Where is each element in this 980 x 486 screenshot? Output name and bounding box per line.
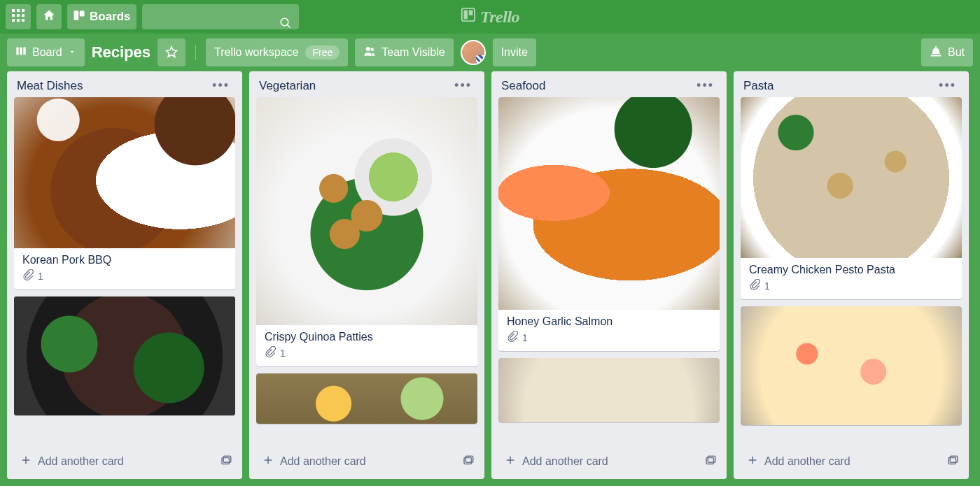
board-view-switcher[interactable]: Board bbox=[7, 38, 85, 66]
workspace-label: Trello workspace bbox=[214, 46, 298, 59]
cards-container[interactable]: Crispy Quinoa Patties 1 bbox=[249, 97, 484, 444]
svg-rect-6 bbox=[12, 19, 15, 22]
svg-rect-11 bbox=[462, 8, 475, 21]
member-avatar[interactable] bbox=[461, 40, 486, 65]
cards-container[interactable]: Honey Garlic Salmon 1 bbox=[491, 97, 727, 444]
card-badges: 1 bbox=[22, 269, 227, 283]
apps-grid-icon bbox=[12, 9, 24, 25]
plus-icon bbox=[20, 454, 32, 469]
home-button[interactable] bbox=[36, 4, 62, 29]
trello-logo-text: Trello bbox=[480, 8, 519, 27]
butler-button[interactable]: But bbox=[921, 38, 973, 66]
home-icon bbox=[42, 8, 56, 26]
attachment-icon bbox=[22, 269, 34, 283]
card[interactable] bbox=[741, 306, 962, 425]
boards-button[interactable]: Boards bbox=[67, 4, 136, 29]
list-menu-button[interactable] bbox=[451, 78, 475, 93]
svg-rect-7 bbox=[17, 19, 20, 22]
card-cover bbox=[256, 97, 477, 325]
butler-icon bbox=[930, 45, 942, 60]
card[interactable]: Korean Pork BBQ 1 bbox=[14, 97, 235, 290]
plus-icon bbox=[262, 454, 274, 469]
template-icon bbox=[946, 455, 959, 469]
boards-icon bbox=[73, 9, 85, 25]
star-icon bbox=[165, 45, 178, 60]
apps-menu-button[interactable] bbox=[6, 4, 31, 29]
card-body: Korean Pork BBQ 1 bbox=[14, 248, 235, 290]
list-menu-button[interactable] bbox=[936, 78, 959, 93]
svg-rect-1 bbox=[17, 9, 20, 12]
card-template-button[interactable] bbox=[459, 452, 477, 472]
card-template-button[interactable] bbox=[217, 452, 235, 472]
list-menu-button[interactable] bbox=[694, 78, 717, 93]
add-card-label: Add another card bbox=[38, 455, 124, 468]
attachment-count: 1 bbox=[38, 271, 43, 282]
svg-rect-12 bbox=[464, 10, 468, 20]
card-body: Crispy Quinoa Patties 1 bbox=[256, 325, 477, 366]
board-canvas[interactable]: Meat Dishes Korean Pork BBQ 1 Add anothe… bbox=[0, 71, 980, 486]
search-input[interactable] bbox=[142, 4, 299, 29]
cards-container[interactable]: Korean Pork BBQ 1 bbox=[7, 97, 242, 444]
svg-rect-16 bbox=[23, 48, 25, 55]
card[interactable]: Creamy Chicken Pesto Pasta 1 bbox=[741, 97, 962, 299]
board-title[interactable]: Recipes bbox=[92, 43, 150, 62]
chevron-down-icon bbox=[68, 46, 76, 59]
list-header: Seafood bbox=[491, 71, 727, 97]
add-card-button[interactable]: Add another card bbox=[741, 450, 944, 473]
card-title: Crispy Quinoa Patties bbox=[265, 331, 469, 343]
list-title[interactable]: Pasta bbox=[743, 79, 774, 93]
list-header: Pasta bbox=[734, 71, 969, 97]
star-button[interactable] bbox=[158, 38, 186, 66]
svg-rect-2 bbox=[22, 9, 24, 12]
attachment-icon bbox=[507, 331, 518, 344]
search-field[interactable] bbox=[149, 12, 292, 22]
global-header: Boards Trello bbox=[0, 0, 980, 34]
card[interactable] bbox=[14, 296, 235, 415]
svg-rect-10 bbox=[80, 10, 85, 16]
card[interactable]: Crispy Quinoa Patties 1 bbox=[256, 97, 477, 366]
list-title[interactable]: Meat Dishes bbox=[17, 79, 83, 93]
card[interactable]: Honey Garlic Salmon 1 bbox=[498, 97, 720, 351]
svg-rect-15 bbox=[20, 48, 22, 55]
svg-rect-3 bbox=[12, 14, 15, 17]
add-card-button[interactable]: Add another card bbox=[14, 450, 217, 473]
card[interactable] bbox=[256, 373, 477, 424]
card-cover bbox=[498, 358, 720, 422]
card-body: Creamy Chicken Pesto Pasta 1 bbox=[741, 258, 962, 299]
add-card-button[interactable]: Add another card bbox=[498, 450, 701, 473]
plan-badge: Free bbox=[305, 45, 340, 59]
list-footer: Add another card bbox=[249, 444, 484, 479]
list-title[interactable]: Vegetarian bbox=[259, 79, 316, 93]
list-header: Meat Dishes bbox=[7, 71, 242, 97]
svg-rect-13 bbox=[469, 10, 473, 15]
card-body: Honey Garlic Salmon 1 bbox=[498, 310, 720, 351]
board-bar: Board Recipes Trello workspace Free Team… bbox=[0, 34, 980, 71]
list-title[interactable]: Seafood bbox=[501, 79, 545, 93]
card-title: Creamy Chicken Pesto Pasta bbox=[749, 264, 953, 276]
visibility-button[interactable]: Team Visible bbox=[355, 38, 453, 66]
trello-logo-icon bbox=[461, 7, 476, 27]
invite-button[interactable]: Invite bbox=[493, 38, 536, 66]
card-template-button[interactable] bbox=[701, 452, 720, 472]
trello-logo: Trello bbox=[461, 7, 519, 27]
add-card-label: Add another card bbox=[522, 455, 608, 468]
svg-rect-9 bbox=[74, 10, 79, 20]
card-template-button[interactable] bbox=[944, 452, 962, 472]
workspace-button[interactable]: Trello workspace Free bbox=[206, 38, 348, 66]
card-badges: 1 bbox=[749, 279, 953, 292]
template-icon bbox=[220, 455, 232, 469]
list-menu-button[interactable] bbox=[209, 78, 232, 93]
attachment-icon bbox=[265, 346, 276, 359]
svg-rect-0 bbox=[12, 9, 15, 12]
add-card-button[interactable]: Add another card bbox=[256, 450, 459, 473]
boards-label: Boards bbox=[90, 10, 131, 24]
cards-container[interactable]: Creamy Chicken Pesto Pasta 1 bbox=[734, 97, 969, 444]
card-cover bbox=[14, 296, 235, 415]
card-badges: 1 bbox=[265, 346, 469, 359]
card-cover bbox=[14, 97, 235, 248]
card[interactable] bbox=[498, 358, 720, 422]
list-footer: Add another card bbox=[7, 444, 242, 479]
card-cover bbox=[256, 373, 477, 424]
card-title: Honey Garlic Salmon bbox=[507, 315, 711, 328]
card-title: Korean Pork BBQ bbox=[22, 254, 227, 266]
